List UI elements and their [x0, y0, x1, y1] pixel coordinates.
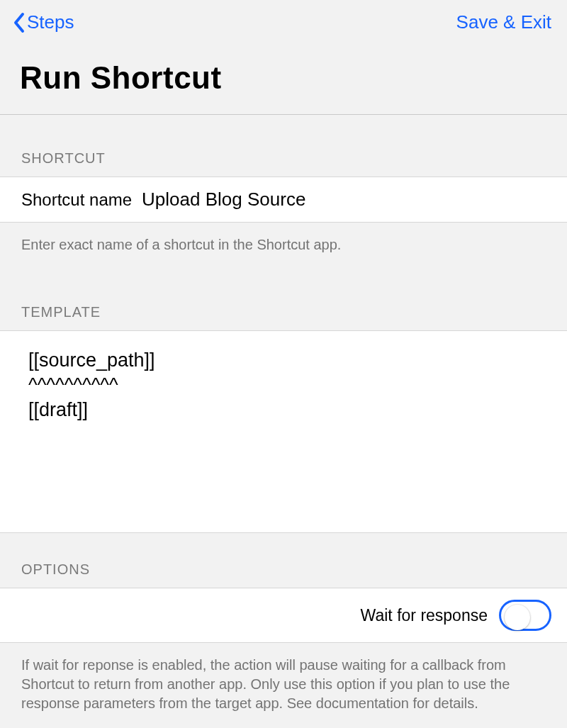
back-button[interactable]: Steps [13, 11, 74, 33]
shortcut-name-label: Shortcut name [21, 190, 132, 210]
template-input[interactable]: [[source_path]] ^^^^^^^^^^ [[draft]] [28, 348, 539, 511]
back-label: Steps [27, 11, 74, 33]
template-row[interactable]: [[source_path]] ^^^^^^^^^^ [[draft]] [0, 330, 567, 533]
wait-for-response-label: Wait for response [361, 606, 488, 625]
shortcut-name-row[interactable]: Shortcut name [0, 177, 567, 223]
shortcut-footnote: Enter exact name of a shortcut in the Sh… [0, 223, 567, 254]
chevron-left-icon [13, 12, 26, 33]
section-header-template: TEMPLATE [0, 254, 567, 330]
wait-for-response-row: Wait for response [0, 588, 567, 643]
wait-for-response-toggle[interactable] [499, 600, 551, 631]
nav-bar: Steps Save & Exit [0, 0, 567, 39]
options-footnote: If wait for reponse is enabled, the acti… [0, 643, 567, 713]
section-header-shortcut: SHORTCUT [0, 115, 567, 177]
section-header-options: OPTIONS [0, 533, 567, 588]
page-title: Run Shortcut [0, 39, 567, 114]
shortcut-name-input[interactable] [142, 189, 546, 211]
save-exit-button[interactable]: Save & Exit [456, 11, 551, 33]
